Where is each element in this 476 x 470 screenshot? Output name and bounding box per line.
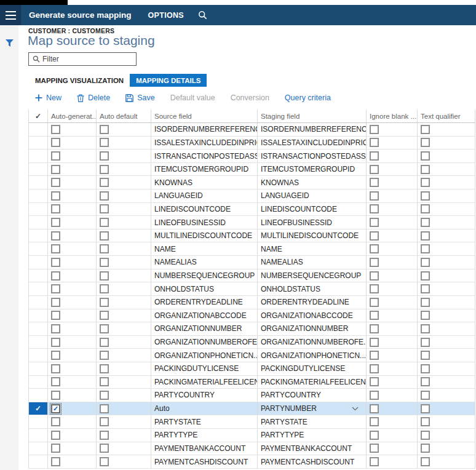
ignore-blank-checkbox[interactable] — [370, 364, 379, 373]
auto-generate-checkbox[interactable] — [51, 311, 60, 320]
auto-default-checkbox[interactable] — [100, 125, 109, 134]
table-row[interactable]: PARTYTYPEPARTYTYPE — [29, 429, 475, 442]
text-qualifier-checkbox[interactable] — [421, 351, 430, 360]
ignore-blank-checkbox[interactable] — [370, 165, 379, 174]
source-field-cell[interactable]: LINEOFBUSINESSID — [151, 216, 258, 229]
staging-field-cell[interactable]: ITEMCUSTOMERGROUPID — [258, 163, 367, 176]
auto-generate-checkbox[interactable] — [51, 271, 60, 281]
ignore-blank-checkbox[interactable] — [370, 417, 379, 426]
column-header-auto-generate[interactable]: Auto-generat... — [48, 110, 97, 122]
text-qualifier-checkbox[interactable] — [421, 284, 430, 293]
auto-generate-checkbox[interactable] — [51, 125, 60, 134]
text-qualifier-checkbox[interactable] — [421, 178, 430, 187]
source-field-cell[interactable]: ORDERENTRYDEADLINE — [151, 296, 258, 309]
table-row[interactable]: LANGUAGEIDLANGUAGEID — [29, 189, 475, 203]
staging-field-cell[interactable]: PARTYCOUNTRY — [258, 389, 367, 402]
staging-field-cell[interactable]: ORGANIZATIONPHONETICN... — [258, 349, 367, 362]
table-row[interactable]: PARTYSTATEPARTYSTATE — [29, 415, 475, 429]
auto-default-checkbox[interactable] — [100, 404, 109, 413]
source-field-cell[interactable]: PACKINGMATERIALFEELICEN... — [151, 376, 258, 389]
ignore-blank-checkbox[interactable] — [370, 298, 379, 307]
ignore-blank-checkbox[interactable] — [370, 311, 379, 320]
auto-generate-checkbox[interactable] — [51, 138, 60, 147]
text-qualifier-checkbox[interactable] — [421, 218, 430, 227]
staging-field-cell[interactable]: KNOWNAS — [258, 176, 367, 189]
ignore-blank-checkbox[interactable] — [370, 244, 379, 253]
row-selector-cell[interactable] — [29, 269, 48, 282]
auto-default-checkbox[interactable] — [100, 218, 109, 227]
row-selector-cell[interactable] — [29, 137, 48, 149]
auto-default-checkbox[interactable] — [100, 204, 109, 213]
text-qualifier-checkbox[interactable] — [421, 311, 430, 320]
text-qualifier-checkbox[interactable] — [421, 417, 430, 426]
staging-field-cell[interactable]: LANGUAGEID — [258, 189, 367, 202]
source-field-cell[interactable]: PAYMENTBANKACCOUNT — [151, 442, 258, 455]
auto-default-checkbox[interactable] — [100, 351, 109, 360]
auto-default-checkbox[interactable] — [100, 284, 109, 293]
table-row[interactable]: NAMENAME — [29, 242, 475, 256]
row-selector-cell[interactable] — [29, 229, 48, 242]
staging-field-cell[interactable]: PARTYTYPE — [258, 429, 367, 442]
source-field-cell[interactable]: ORGANIZATIONPHONETICN... — [151, 349, 258, 362]
ignore-blank-checkbox[interactable] — [370, 431, 379, 440]
row-selector-cell[interactable] — [29, 216, 48, 229]
auto-default-checkbox[interactable] — [100, 165, 109, 174]
source-field-cell[interactable]: ITEMCUSTOMERGROUPID — [151, 163, 258, 176]
row-selector-cell[interactable] — [29, 203, 48, 216]
auto-generate-checkbox[interactable] — [51, 324, 60, 333]
row-selector-cell[interactable]: ✓ — [29, 402, 48, 415]
table-row[interactable]: ✓✓AutoPARTYNUMBER — [29, 402, 475, 416]
staging-field-cell[interactable]: NUMBERSEQUENCEGROUP — [258, 269, 367, 282]
ignore-blank-checkbox[interactable] — [370, 191, 379, 201]
auto-default-checkbox[interactable] — [100, 324, 109, 333]
staging-field-cell[interactable]: PARTYNUMBER — [258, 402, 367, 415]
text-qualifier-checkbox[interactable] — [421, 298, 430, 307]
source-field-cell[interactable]: Auto — [151, 402, 258, 415]
auto-default-checkbox[interactable] — [100, 311, 109, 320]
save-button[interactable]: Save — [125, 94, 155, 102]
staging-field-cell[interactable]: ORGANIZATIONNUMBER — [258, 322, 367, 335]
row-selector-cell[interactable] — [29, 242, 48, 255]
row-selector-cell[interactable] — [29, 389, 48, 402]
staging-field-cell[interactable]: NAME — [258, 242, 367, 255]
filter-pane-button[interactable] — [5, 39, 14, 50]
row-selector-cell[interactable] — [29, 282, 48, 295]
source-field-cell[interactable]: NAMEALIAS — [151, 256, 258, 269]
text-qualifier-checkbox[interactable] — [421, 204, 430, 213]
table-row[interactable]: LINEOFBUSINESSIDLINEOFBUSINESSID — [29, 216, 475, 229]
tab-mapping-details[interactable]: MAPPING DETAILS — [130, 74, 207, 87]
text-qualifier-checkbox[interactable] — [421, 444, 430, 453]
source-field-cell[interactable]: NAME — [151, 242, 258, 255]
staging-field-cell[interactable]: PARTYSTATE — [258, 415, 367, 428]
row-selector-cell[interactable] — [29, 123, 48, 136]
auto-default-checkbox[interactable] — [100, 271, 109, 281]
auto-generate-checkbox[interactable]: ✓ — [51, 404, 60, 413]
text-qualifier-checkbox[interactable] — [421, 125, 430, 134]
row-selector-cell[interactable] — [29, 163, 48, 176]
table-row[interactable]: PAYMENTCASHDISCOUNTPAYMENTCASHDISCOUNT — [29, 455, 475, 469]
filter-input[interactable] — [42, 55, 129, 63]
hamburger-menu-button[interactable] — [0, 5, 21, 25]
staging-field-cell[interactable]: ORGANIZATIONNUMBEROFE... — [258, 336, 367, 349]
column-header-text-qualifier[interactable]: Text qualifier — [418, 110, 475, 122]
auto-default-checkbox[interactable] — [100, 178, 109, 187]
auto-default-checkbox[interactable] — [100, 417, 109, 426]
row-selector-cell[interactable] — [29, 415, 48, 428]
table-row[interactable]: ORGANIZATIONPHONETICN...ORGANIZATIONPHON… — [29, 349, 475, 362]
ignore-blank-checkbox[interactable] — [370, 138, 379, 147]
table-row[interactable]: PACKINGMATERIALFEELICEN...PACKINGMATERIA… — [29, 376, 475, 389]
auto-generate-checkbox[interactable] — [51, 165, 60, 174]
table-row[interactable]: ISSALESTAXINCLUDEDINPRIC...ISSALESTAXINC… — [29, 137, 475, 150]
ignore-blank-checkbox[interactable] — [370, 391, 379, 400]
source-field-cell[interactable]: PARTYTYPE — [151, 429, 258, 442]
row-selector-cell[interactable] — [29, 189, 48, 202]
ignore-blank-checkbox[interactable] — [370, 125, 379, 134]
ignore-blank-checkbox[interactable] — [370, 457, 379, 466]
row-selector-cell[interactable] — [29, 376, 48, 389]
text-qualifier-checkbox[interactable] — [421, 258, 430, 267]
table-row[interactable]: ISORDERNUMBERREFERENCE...ISORDERNUMBERRE… — [29, 123, 475, 137]
ignore-blank-checkbox[interactable] — [370, 324, 379, 333]
options-menu[interactable]: OPTIONS — [148, 11, 184, 20]
ignore-blank-checkbox[interactable] — [370, 178, 379, 187]
row-selector-cell[interactable] — [29, 176, 48, 189]
